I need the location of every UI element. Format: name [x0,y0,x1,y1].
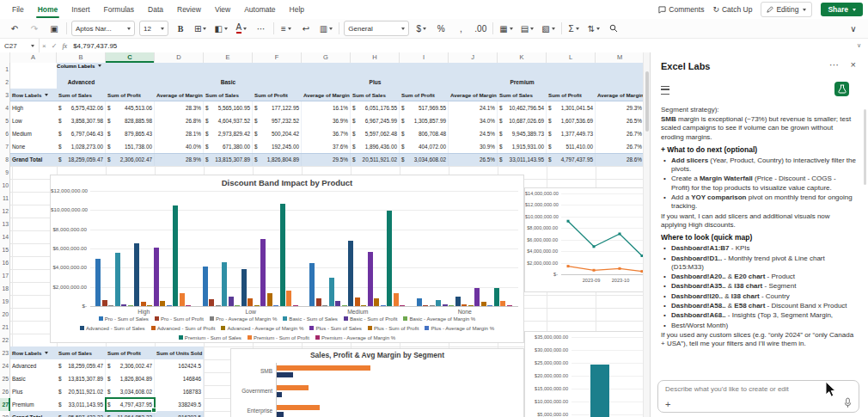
cell[interactable]: $6,967,245.99 [351,114,400,127]
more-options-icon[interactable]: ⋯ [829,59,839,71]
cell[interactable]: $500,204.42 [253,127,302,140]
row-header-18[interactable]: 18 [0,282,10,295]
row-header-19[interactable]: 19 [0,295,10,308]
cell[interactable]: $177,122.95 [253,101,302,114]
row-header-6[interactable]: 6 [0,127,10,140]
summary-row-label[interactable]: Basic [10,372,57,385]
insert-function-icon[interactable]: fx [59,42,70,50]
formula-input[interactable]: $4,797,437.95 [70,42,857,50]
formula-bar-expand-icon[interactable]: ∨ [857,42,868,49]
summary-row-labels-filter[interactable]: Row Labels [10,346,57,359]
column-header-D[interactable]: D [155,52,204,63]
pivot-column-labels-filter[interactable]: Column Labels [57,63,643,69]
cell[interactable]: $11,964,853.33 [106,411,155,417]
cell[interactable]: $671,380.00 [204,140,253,153]
row-header-15[interactable]: 15 [0,243,10,256]
cell[interactable]: $192,245.00 [253,140,302,153]
microphone-button[interactable] [844,397,852,408]
row-header-1[interactable]: 1 [0,63,10,76]
cell[interactable]: $3,034,608.02 [400,153,449,166]
cells-area[interactable]: Column LabelsAdvancedBasicPlusPremiumRow… [10,63,643,417]
cell[interactable]: $445,513.06 [106,101,155,114]
toolbar-undo[interactable]: ↶ [7,21,22,36]
row-header-11[interactable]: 11 [0,192,10,205]
toolbar-more-font-options[interactable]: ⋯ [254,21,269,36]
chart-country-sales[interactable]: $35,000,000.00$30,000,000.00$25,000,000.… [524,331,643,417]
row-header-24[interactable]: 24 [0,359,10,372]
cell[interactable]: 28.1% [155,127,204,140]
scrollbar-thumb[interactable] [645,71,649,132]
column-header-J[interactable]: J [449,52,498,63]
cell[interactable]: 37.6% [302,140,351,153]
summary-row-label[interactable]: Plus [10,385,57,398]
toolbar-format-as-table[interactable]: ▤ [519,21,535,36]
cell[interactable]: 29.3% [596,101,643,114]
ribbon-tab-view[interactable]: View [208,0,237,19]
cell[interactable]: $1,305,857.99 [400,114,449,127]
toolbar-fill-color[interactable]: ◧ [212,21,229,36]
cell[interactable]: $85,597,432.33 [57,411,106,417]
cell[interactable]: $1,826,804.89 [106,372,155,385]
cell[interactable]: $1,301,041.54 [547,101,596,114]
toolbar-wrap-text[interactable]: ↩ [298,21,314,36]
share-button[interactable]: Share [821,3,863,16]
cell[interactable]: $5,565,160.95 [204,101,253,114]
row-header-9[interactable]: 9 [0,166,10,179]
row-header-21[interactable]: 21 [0,321,10,334]
row-header-17[interactable]: 17 [0,269,10,282]
cell[interactable]: 28.9% [155,153,204,166]
cell[interactable]: 24.1% [449,101,498,114]
row-header-10[interactable]: 10 [0,179,10,192]
cell[interactable]: $4,604,937.52 [204,114,253,127]
column-header-L[interactable]: L [547,52,596,63]
pivot-row-label[interactable]: Medium [10,127,57,140]
cell[interactable]: $3,034,608.02 [106,385,155,398]
cell[interactable]: $957,232.52 [253,114,302,127]
cell[interactable]: $1,826,804.89 [253,153,302,166]
toolbar-redo[interactable]: ↷ [27,21,42,36]
cell[interactable]: $20,511,921.02 [351,153,400,166]
cell[interactable]: 28.3% [155,101,204,114]
toolbar-cell-styles[interactable]: ▧ [540,21,556,36]
cell[interactable]: $1,377,449.73 [547,127,596,140]
toolbar-font-color[interactable]: A [234,21,249,36]
ribbon-tab-file[interactable]: File [5,0,31,19]
pivot-row-labels-filter[interactable]: Row Labels [10,89,57,101]
cell[interactable]: $828,885.98 [106,114,155,127]
toolbar-find-icon[interactable] [606,21,621,36]
chart-segment[interactable]: Sales, Profit & Avg Margin by SegmentSMB… [230,348,524,417]
column-header-B[interactable]: B [57,52,106,63]
ribbon-tab-insert[interactable]: Insert [64,0,96,19]
toolbar-comma-style[interactable]: , [453,21,468,36]
cell[interactable]: $18,259,059.47 [57,153,106,166]
cell[interactable]: $151,738.00 [106,140,155,153]
enter-icon[interactable]: ✓ [49,42,60,50]
column-header-H[interactable]: H [351,52,400,63]
cell[interactable]: $9,945,389.73 [498,127,547,140]
cell[interactable]: 24.5% [449,127,498,140]
cell[interactable]: 16.1% [302,101,351,114]
column-header-E[interactable]: E [204,52,253,63]
cell[interactable]: $2,973,829.42 [204,127,253,140]
cell[interactable]: 34.0% [449,114,498,127]
pivot-row-label[interactable]: Low [10,114,57,127]
toolbar-merge-center[interactable]: ▥ [318,21,334,36]
row-header-28[interactable]: 28 [0,411,10,417]
toolbar-sort-filter[interactable]: ⇅ [586,21,602,36]
cell[interactable]: 26.7% [596,140,643,153]
row-header-22[interactable]: 22 [0,334,10,346]
row-header-14[interactable]: 14 [0,230,10,243]
cell[interactable]: $13,815,307.89 [204,153,253,166]
cell[interactable]: $879,865.43 [106,127,155,140]
filter-dropdown-icon[interactable] [45,352,48,354]
ribbon-tab-review[interactable]: Review [170,0,208,19]
cell[interactable]: 26.5% [449,153,498,166]
menu-icon[interactable] [661,86,669,95]
cell[interactable]: $1,915,931.00 [498,140,547,153]
cell[interactable]: 146846 [155,372,204,385]
filter-dropdown-icon[interactable] [98,64,101,67]
cell[interactable]: 338249.5 [155,398,204,411]
toolbar-align[interactable]: ≡ [278,21,294,36]
filter-dropdown-icon[interactable] [45,94,48,96]
pivot-row-label[interactable]: High [10,101,57,114]
